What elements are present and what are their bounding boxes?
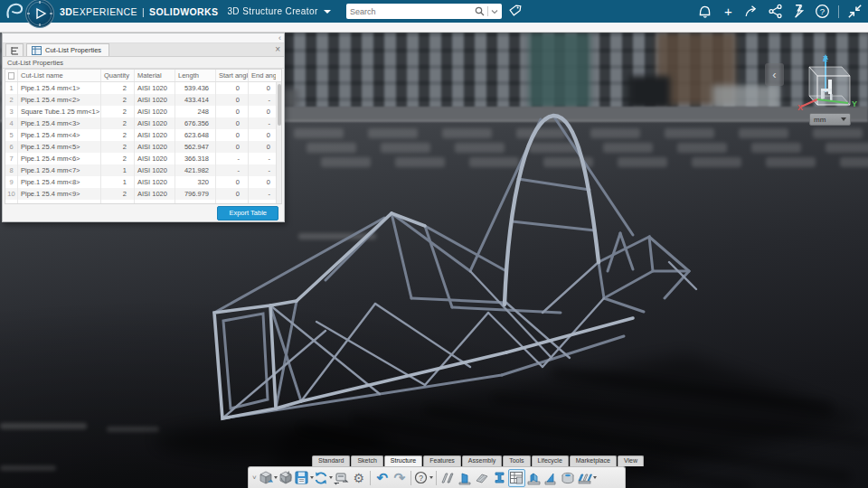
table-cell[interactable]: AISI 1020 — [135, 188, 175, 200]
table-cell[interactable]: 2 — [101, 82, 135, 94]
table-cell[interactable]: 0 — [216, 117, 249, 129]
table-cell[interactable]: 433.414 — [175, 94, 216, 106]
table-cell[interactable]: 2 — [101, 106, 135, 117]
table-cell[interactable]: 539.436 — [175, 82, 216, 94]
share-arrow-icon[interactable] — [744, 4, 760, 19]
frame-pattern-button[interactable] — [577, 469, 598, 487]
table-row[interactable]: 3Square Tube.1 25 mm<1>2AISI 102024800 — [5, 106, 281, 117]
table-row[interactable]: 4Pipe.1 25.4 mm<3>2AISI 1020676.3560- — [5, 117, 281, 129]
redo-button[interactable]: ↷ — [391, 469, 408, 487]
table-cell[interactable]: 3.08404 — [249, 200, 276, 203]
table-cell[interactable]: Pipe.1 25.4 mm<1> — [18, 82, 101, 94]
ribbon-tab-view[interactable]: View — [618, 455, 644, 466]
insert-3d-shape-button[interactable] — [259, 469, 278, 487]
table-cell[interactable]: AISI 1020 — [135, 106, 175, 117]
tab-design-tree[interactable] — [5, 43, 24, 56]
table-cell[interactable]: 11 — [5, 200, 18, 203]
table-cell[interactable]: 0 — [216, 188, 249, 200]
save-button[interactable] — [295, 469, 314, 487]
table-cell[interactable]: AISI 1020 — [135, 82, 175, 94]
table-cell[interactable]: 0 — [249, 129, 276, 141]
ribbon-tab-assembly[interactable]: Assembly — [462, 455, 502, 466]
table-cell[interactable]: - — [249, 117, 276, 129]
table-cell[interactable]: 5 — [5, 129, 18, 141]
ribbon-tab-sketch[interactable]: Sketch — [351, 455, 382, 466]
table-cell[interactable]: - — [249, 94, 276, 106]
table-cell[interactable]: 1 — [101, 176, 135, 188]
select-all-checkbox[interactable] — [8, 72, 14, 80]
unit-selector-dropdown[interactable]: mm — [809, 113, 851, 126]
table-cell[interactable]: Pipe.1 25.4 mm<4> — [18, 129, 101, 141]
header-material[interactable]: Material — [135, 70, 175, 81]
table-cell[interactable]: Pipe.1 25.4 mm<6> — [18, 153, 101, 164]
table-cell[interactable]: 4 — [5, 117, 18, 129]
table-cell[interactable]: 0 — [216, 176, 249, 188]
profile-button[interactable] — [491, 469, 508, 487]
table-cell[interactable]: Square Tube.1 25 mm<1> — [18, 106, 101, 117]
ribbon-tab-structure[interactable]: Structure — [384, 455, 422, 466]
export-table-button[interactable]: Export Table — [217, 206, 278, 221]
table-cell[interactable]: Pipe.1 25.4 mm<9> — [18, 188, 101, 200]
table-cell[interactable]: AISI 1020 — [135, 164, 175, 176]
header-end-angle[interactable]: End angle — [249, 70, 276, 81]
header-start-angle[interactable]: Start angle — [216, 70, 249, 81]
table-row[interactable]: 9Pipe.1 25.4 mm<8>1AISI 102032000 — [5, 176, 281, 188]
collapse-window-icon[interactable] — [847, 4, 863, 19]
table-cell[interactable]: AISI 1020 — [135, 94, 175, 106]
table-cell[interactable]: - — [249, 164, 276, 176]
table-cell[interactable]: 248 — [175, 106, 216, 117]
table-cell[interactable]: - — [249, 188, 276, 200]
table-cell[interactable]: 676.356 — [175, 117, 216, 129]
table-cell[interactable]: Pipe.1 25.4 mm<8> — [18, 176, 101, 188]
tab-cut-list-properties[interactable]: Cut-List Properties — [26, 43, 109, 56]
table-cell[interactable]: 2 — [101, 117, 135, 129]
search-options-chevron-icon[interactable] — [491, 9, 498, 14]
table-cell[interactable]: Pipe.1 25.4 mm<7> — [18, 164, 101, 176]
cut-list-table-button[interactable] — [508, 469, 525, 487]
tag-icon[interactable] — [508, 4, 523, 18]
header-cut-list-name[interactable]: Cut-List name — [18, 70, 101, 81]
table-cell[interactable]: - — [216, 153, 249, 164]
settings-button[interactable]: ⚙ — [350, 469, 367, 487]
table-cell[interactable]: AISI 1020 — [135, 153, 175, 164]
table-cell[interactable]: Pipe.1 25.4 mm<3> — [18, 117, 101, 129]
app-switcher-chevron-icon[interactable] — [324, 10, 331, 14]
table-cell[interactable]: 1 — [5, 82, 18, 94]
share-network-icon[interactable] — [768, 4, 783, 19]
table-cell[interactable]: 7 — [5, 153, 18, 164]
table-cell[interactable]: AISI 1020 — [135, 117, 175, 129]
table-cell[interactable]: AISI 1020 — [135, 200, 175, 203]
structure-member-button[interactable] — [439, 469, 457, 487]
header-length[interactable]: Length — [175, 70, 216, 81]
ribbon-tab-marketplace[interactable]: Marketplace — [570, 455, 617, 466]
table-cell[interactable]: Pipe.1 25.4 mm<2> — [18, 94, 101, 106]
collapse-right-panel-button[interactable]: ‹ — [765, 63, 784, 86]
table-cell[interactable]: 2 — [101, 153, 135, 164]
toolbar-collapse-icon[interactable]: ˅ — [252, 474, 257, 482]
import-export-button[interactable] — [333, 469, 350, 487]
table-cell[interactable]: 366.318 — [175, 153, 216, 164]
table-cell[interactable]: 0 — [216, 94, 249, 106]
3dexperience-compass[interactable] — [25, 0, 54, 28]
table-cell[interactable]: 1 — [101, 200, 135, 203]
table-cell[interactable]: 0 — [249, 141, 276, 153]
table-cell[interactable]: 2 — [101, 129, 135, 141]
panel-member-button[interactable] — [474, 469, 491, 487]
end-cap-button[interactable] — [542, 469, 560, 487]
frame-pattern-dropdown-icon[interactable] — [593, 476, 597, 479]
table-cell[interactable]: 320 — [175, 176, 216, 188]
table-cell[interactable]: - — [216, 164, 249, 176]
undo-button[interactable]: ↶ — [373, 469, 391, 487]
trim-member-button[interactable] — [457, 469, 474, 487]
table-row[interactable]: 1Pipe.1 25.4 mm<1>2AISI 1020539.43600 — [5, 82, 281, 94]
gusset-button[interactable] — [525, 469, 542, 487]
table-scrollbar[interactable] — [276, 82, 281, 203]
refresh-button[interactable] — [314, 469, 334, 487]
dassault-systemes-logo[interactable] — [5, 3, 25, 20]
table-cell[interactable]: - — [249, 153, 276, 164]
table-cell[interactable]: 8 — [5, 164, 18, 176]
ribbon-tab-lifecycle[interactable]: Lifecycle — [532, 455, 569, 466]
table-row[interactable]: 7Pipe.1 25.4 mm<6>2AISI 1020366.318-- — [5, 153, 281, 164]
table-cell[interactable]: AISI 1020 — [135, 176, 175, 188]
table-cell[interactable]: 0 — [216, 141, 249, 153]
